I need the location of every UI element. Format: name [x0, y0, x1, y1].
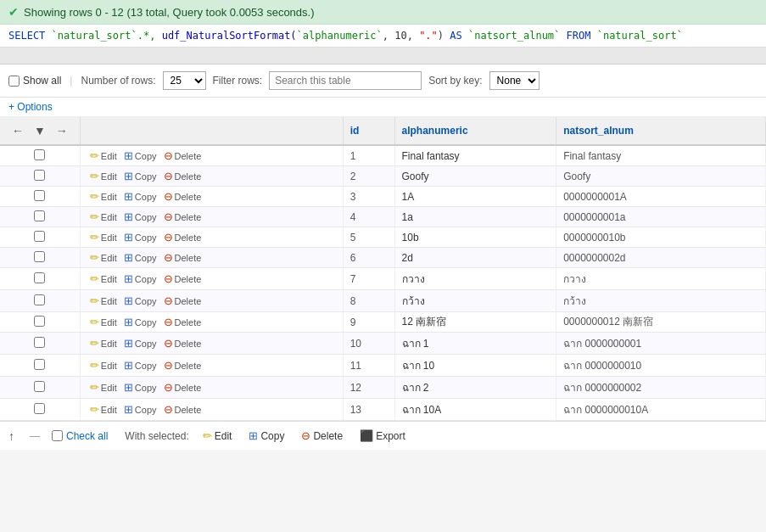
row-checkbox[interactable]	[34, 149, 45, 160]
row-checkbox[interactable]	[34, 381, 45, 392]
edit-button[interactable]: ✏ Edit	[87, 210, 120, 224]
copy-button[interactable]: ⊞ Copy	[121, 358, 159, 372]
delete-button[interactable]: ⊖ Delete	[161, 189, 204, 204]
edit-button[interactable]: ✏ Edit	[87, 336, 120, 350]
row-alphanumeric: 2d	[394, 248, 556, 268]
copy-button[interactable]: ⊞ Copy	[121, 230, 159, 244]
edit-button[interactable]: ✏ Edit	[87, 189, 120, 204]
copy-button[interactable]: ⊞ Copy	[121, 148, 159, 163]
copy-button[interactable]: ⊞ Copy	[121, 250, 159, 265]
copy-icon: ⊞	[124, 272, 133, 285]
row-checkbox[interactable]	[34, 210, 45, 221]
show-all-label[interactable]: Show all	[8, 75, 61, 87]
pencil-icon: ✏	[90, 294, 99, 307]
controls-bar: Show all | Number of rows: 25 50 100 250…	[0, 64, 766, 98]
status-message: Showing rows 0 - 12 (13 total, Query too…	[24, 6, 315, 19]
edit-button[interactable]: ✏ Edit	[87, 315, 120, 329]
delete-button[interactable]: ⊖ Delete	[161, 250, 204, 265]
row-actions-cell: ✏ Edit ⊞ Copy ⊖ Delete	[80, 290, 343, 312]
row-id: 5	[343, 227, 394, 248]
delete-button[interactable]: ⊖ Delete	[161, 210, 204, 224]
row-checkbox-cell	[0, 145, 80, 166]
copy-icon: ⊞	[124, 359, 133, 372]
edit-button[interactable]: ✏ Edit	[87, 380, 120, 395]
nav-sort-button[interactable]: ▼	[31, 122, 49, 139]
copy-button[interactable]: ⊞ Copy	[121, 210, 159, 224]
edit-button[interactable]: ✏ Edit	[87, 169, 120, 183]
row-natsort-alnum: Final fantasy	[556, 145, 766, 166]
delete-button[interactable]: ⊖ Delete	[161, 169, 204, 183]
edit-button[interactable]: ✏ Edit	[87, 272, 120, 286]
row-natsort-alnum: ฉาก 0000000002	[556, 377, 766, 399]
edit-button[interactable]: ✏ Edit	[87, 294, 120, 308]
show-all-checkbox[interactable]	[8, 76, 20, 87]
delete-button[interactable]: ⊖ Delete	[161, 148, 204, 163]
delete-button[interactable]: ⊖ Delete	[161, 315, 204, 329]
edit-button[interactable]: ✏ Edit	[87, 250, 120, 265]
delete-button[interactable]: ⊖ Delete	[161, 230, 204, 244]
th-alphanumeric[interactable]: alphanumeric	[394, 117, 556, 145]
row-alphanumeric: ฉาก 2	[394, 377, 556, 399]
copy-icon: ⊞	[124, 170, 133, 182]
row-natsort-alnum: 0000000012 南新宿	[556, 312, 766, 333]
row-checkbox[interactable]	[34, 170, 45, 181]
row-actions-cell: ✏ Edit ⊞ Copy ⊖ Delete	[80, 268, 343, 290]
footer-copy-button[interactable]: ⊞ Copy	[245, 428, 288, 444]
copy-button[interactable]: ⊞ Copy	[121, 169, 159, 183]
copy-button[interactable]: ⊞ Copy	[121, 336, 159, 350]
edit-button[interactable]: ✏ Edit	[87, 358, 120, 372]
footer-export-button[interactable]: ⬛ Export	[356, 428, 409, 444]
copy-icon: ⊞	[124, 316, 133, 328]
nav-right-button[interactable]: →	[53, 122, 71, 139]
sort-select[interactable]: None	[489, 71, 540, 90]
delete-icon: ⊖	[164, 251, 173, 264]
row-checkbox[interactable]	[34, 190, 45, 201]
row-checkbox[interactable]	[34, 294, 45, 305]
copy-button[interactable]: ⊞ Copy	[121, 402, 159, 417]
row-checkbox[interactable]	[34, 251, 45, 262]
copy-button[interactable]: ⊞ Copy	[121, 189, 159, 204]
rows-select[interactable]: 25 50 100 250 500	[163, 71, 206, 90]
nav-left-button[interactable]: ←	[8, 122, 27, 139]
footer-delete-button[interactable]: ⊖ Delete	[298, 428, 346, 444]
delete-button[interactable]: ⊖ Delete	[161, 358, 204, 372]
check-all-link[interactable]: Check all	[66, 430, 108, 442]
th-actions	[80, 117, 343, 145]
row-checkbox-cell	[0, 248, 80, 268]
copy-button[interactable]: ⊞ Copy	[121, 380, 159, 395]
copy-button[interactable]: ⊞ Copy	[121, 294, 159, 308]
row-checkbox[interactable]	[34, 337, 45, 348]
row-actions-cell: ✏ Edit ⊞ Copy ⊖ Delete	[80, 399, 343, 421]
delete-button[interactable]: ⊖ Delete	[161, 294, 204, 308]
search-input[interactable]	[269, 71, 422, 90]
row-checkbox[interactable]	[34, 231, 45, 242]
delete-button[interactable]: ⊖ Delete	[161, 402, 204, 417]
row-checkbox-cell	[0, 290, 80, 312]
th-id[interactable]: id	[343, 117, 394, 145]
footer-edit-button[interactable]: ✏ Edit	[199, 428, 236, 444]
with-selected-label: With selected:	[125, 430, 188, 442]
row-checkbox[interactable]	[34, 359, 45, 370]
copy-button[interactable]: ⊞ Copy	[121, 315, 159, 329]
row-id: 13	[343, 399, 394, 421]
row-natsort-alnum: 0000000010b	[556, 227, 766, 248]
delete-button[interactable]: ⊖ Delete	[161, 336, 204, 350]
edit-button[interactable]: ✏ Edit	[87, 402, 120, 417]
th-natsort-alnum[interactable]: natsort_alnum	[556, 117, 766, 145]
delete-icon: ⊖	[164, 149, 173, 162]
row-checkbox[interactable]	[34, 272, 45, 283]
row-checkbox[interactable]	[34, 403, 45, 414]
sort-label: Sort by key:	[428, 75, 482, 87]
data-table: ← ▼ → id alphanumeric	[0, 117, 766, 421]
footer-checkbox[interactable]	[52, 430, 63, 441]
check-icon: ✔	[8, 5, 19, 19]
row-checkbox[interactable]	[34, 316, 45, 327]
delete-button[interactable]: ⊖ Delete	[161, 380, 204, 395]
edit-button[interactable]: ✏ Edit	[87, 230, 120, 244]
edit-button[interactable]: ✏ Edit	[87, 148, 120, 163]
delete-button[interactable]: ⊖ Delete	[161, 272, 204, 286]
copy-button[interactable]: ⊞ Copy	[121, 272, 159, 286]
copy-icon: ⊞	[124, 294, 133, 307]
row-id: 6	[343, 248, 394, 268]
options-link[interactable]: + Options	[8, 101, 53, 113]
